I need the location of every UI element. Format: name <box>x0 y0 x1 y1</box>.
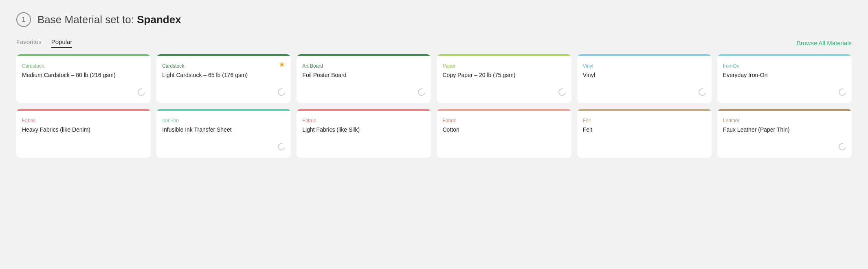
cricut-icon <box>839 143 846 152</box>
card-footer <box>442 88 565 97</box>
card-footer <box>302 88 425 97</box>
tab-popular[interactable]: Popular <box>51 38 73 48</box>
card-footer <box>723 143 846 152</box>
material-card-infusible-ink[interactable]: Iron-On Infusible Ink Transfer Sheet <box>156 109 291 158</box>
card-name: Foil Poster Board <box>302 71 425 85</box>
card-name: Faux Leather (Paper Thin) <box>723 126 846 140</box>
card-name: Cotton <box>442 126 565 152</box>
star-icon: ★ <box>279 60 285 69</box>
card-category: Vinyl <box>583 63 706 69</box>
cricut-icon <box>138 88 145 97</box>
card-category: Cardstock <box>162 63 285 69</box>
card-category: Fabric <box>302 118 425 123</box>
card-footer <box>162 88 285 97</box>
header-text: Base Material set to: Spandex <box>37 13 181 26</box>
material-card-medium-cardstock[interactable]: Cardstock Medium Cardstock – 80 lb (216 … <box>16 54 151 103</box>
card-name: Heavy Fabrics (like Denim) <box>22 126 145 152</box>
card-footer <box>22 88 145 97</box>
cricut-icon <box>418 88 425 97</box>
page-header: 1 Base Material set to: Spandex <box>16 12 852 27</box>
card-category: Paper <box>442 63 565 69</box>
card-name: Everyday Iron-On <box>723 71 846 85</box>
cricut-icon <box>699 88 706 97</box>
card-footer <box>583 88 706 97</box>
card-name: Felt <box>583 126 706 152</box>
cricut-icon <box>558 88 566 97</box>
material-card-cotton[interactable]: Fabric Cotton <box>437 109 571 158</box>
card-category: Cardstock <box>22 63 145 69</box>
card-name: Light Fabrics (like Silk) <box>302 126 425 152</box>
tab-favorites[interactable]: Favorites <box>16 38 42 48</box>
material-name: Spandex <box>137 13 181 26</box>
card-category: Iron-On <box>723 63 846 69</box>
tabs-container: Favorites Popular <box>16 38 72 48</box>
card-name: Copy Paper – 20 lb (75 gsm) <box>442 71 565 85</box>
material-card-everyday-iron-on[interactable]: Iron-On Everyday Iron-On <box>717 54 852 103</box>
header-prefix: Base Material set to: <box>37 13 134 26</box>
material-card-foil-poster-board[interactable]: Art Board Foil Poster Board <box>297 54 431 103</box>
card-category: Fabric <box>442 118 565 123</box>
material-card-faux-leather[interactable]: Leather Faux Leather (Paper Thin) <box>717 109 852 158</box>
card-category: Leather <box>723 118 846 123</box>
cricut-icon <box>839 88 846 97</box>
card-category: Felt <box>583 118 706 123</box>
card-name: Vinyl <box>583 71 706 85</box>
card-category: Iron-On <box>162 118 285 123</box>
card-name: Infusible Ink Transfer Sheet <box>162 126 285 140</box>
step-circle: 1 <box>16 12 31 27</box>
card-footer <box>723 88 846 97</box>
cricut-icon <box>278 88 285 97</box>
material-card-felt[interactable]: Felt Felt <box>577 109 712 158</box>
cricut-icon <box>278 143 285 152</box>
cards-row-2: Fabric Heavy Fabrics (like Denim) Iron-O… <box>16 109 852 158</box>
card-category: Art Board <box>302 63 425 69</box>
tabs-row: Favorites Popular Browse All Materials <box>16 38 852 48</box>
card-name: Medium Cardstock – 80 lb (216 gsm) <box>22 71 145 85</box>
browse-all-link[interactable]: Browse All Materials <box>797 40 852 46</box>
card-name: Light Cardstock – 65 lb (176 gsm) <box>162 71 285 85</box>
cards-row-1: Cardstock Medium Cardstock – 80 lb (216 … <box>16 54 852 103</box>
card-category: Fabric <box>22 118 145 123</box>
card-footer <box>162 143 285 152</box>
material-card-vinyl[interactable]: Vinyl Vinyl <box>577 54 712 103</box>
step-number: 1 <box>22 16 26 23</box>
material-card-heavy-fabrics[interactable]: Fabric Heavy Fabrics (like Denim) <box>16 109 151 158</box>
material-card-light-fabrics[interactable]: Fabric Light Fabrics (like Silk) <box>297 109 431 158</box>
material-card-light-cardstock[interactable]: ★ Cardstock Light Cardstock – 65 lb (176… <box>156 54 291 103</box>
material-card-copy-paper[interactable]: Paper Copy Paper – 20 lb (75 gsm) <box>437 54 571 103</box>
